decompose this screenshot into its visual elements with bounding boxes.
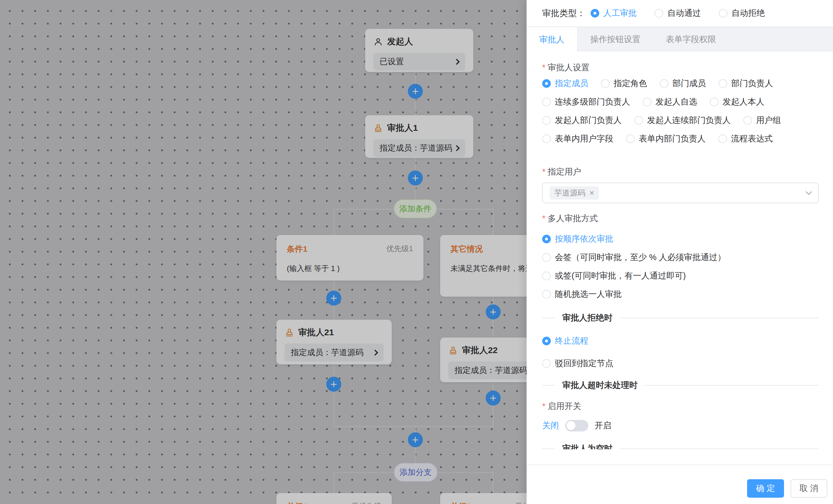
radio-countersign[interactable]: 会签（可同时审批，至少 % 人必须审批通过） — [542, 251, 818, 264]
radio-form-user-field[interactable]: 表单内用户字段 — [542, 132, 613, 145]
approve-type-row: 审批类型： 人工审批 自动通过 自动拒绝 — [527, 0, 833, 20]
panel-footer: 确 定 取 消 — [527, 464, 833, 504]
radio-sequential[interactable]: 按顺序依次审批 — [542, 233, 818, 245]
panel-scroll-content[interactable]: 审批人设置 指定成员 指定角色 部门成员 部门负责人 连续多级部门负责人 发起人… — [527, 51, 833, 449]
radio-icon — [654, 9, 663, 18]
timeout-section-title: 审批人超时未处理时 — [562, 380, 638, 391]
config-tabbar: 审批人 操作按钮设置 表单字段权限 — [527, 26, 833, 51]
chevron-down-icon — [806, 188, 812, 195]
approver-setting-label: 审批人设置 — [542, 61, 818, 73]
radio-icon — [591, 9, 599, 18]
radio-icon — [542, 116, 551, 125]
radio-manual-approve[interactable]: 人工审批 — [591, 7, 637, 20]
radio-dept-leader[interactable]: 部门负责人 — [719, 77, 773, 90]
enable-switch-label: 启用开关 — [542, 400, 818, 412]
radio-random-one[interactable]: 随机挑选一人审批 — [542, 288, 818, 301]
assign-user-label: 指定用户 — [542, 166, 818, 177]
switch-off-label: 关闭 — [542, 420, 559, 431]
radio-icon — [542, 235, 551, 243]
multi-mode-label: 多人审批方式 — [542, 212, 818, 224]
reject-section-divider: 审批人拒绝时 — [542, 312, 818, 324]
radio-icon — [542, 272, 551, 280]
radio-return-to-node[interactable]: 驳回到指定节点 — [542, 357, 818, 370]
radio-icon — [719, 9, 728, 18]
multi-mode-radio-group: 按顺序依次审批 会签（可同时审批，至少 % 人必须审批通过） 或签(可同时审批，… — [542, 233, 818, 301]
radio-initiator-dept-leader[interactable]: 发起人部门负责人 — [542, 114, 622, 127]
radio-terminate-flow[interactable]: 终止流程 — [542, 335, 818, 347]
timeout-section-divider: 审批人超时未处理时 — [542, 380, 818, 391]
radio-assigned-role[interactable]: 指定角色 — [601, 77, 647, 90]
radio-icon — [542, 359, 551, 368]
radio-icon — [743, 116, 752, 125]
radio-auto-reject[interactable]: 自动拒绝 — [719, 7, 765, 20]
radio-icon — [719, 79, 727, 88]
radio-icon — [626, 134, 635, 143]
radio-initiator-multi-dept-leader[interactable]: 发起人连续部门负责人 — [635, 114, 731, 127]
radio-initiator-select[interactable]: 发起人自选 — [643, 96, 697, 108]
radio-icon — [542, 253, 551, 262]
radio-initiator-self[interactable]: 发起人本人 — [710, 96, 764, 108]
assign-user-select[interactable]: 芋道源码 × — [542, 183, 818, 203]
radio-form-dept-leader[interactable]: 表单内部门负责人 — [626, 132, 706, 145]
approver-setting-radio-group: 指定成员 指定角色 部门成员 部门负责人 连续多级部门负责人 发起人自选 发起人… — [542, 77, 818, 151]
approve-type-label: 审批类型： — [542, 7, 586, 19]
radio-orsign[interactable]: 或签(可同时审批，有一人通过即可) — [542, 270, 818, 282]
radio-icon — [542, 98, 551, 106]
user-tag: 芋道源码 × — [550, 186, 599, 200]
radio-flow-expression[interactable]: 流程表达式 — [718, 132, 773, 145]
reject-section-title: 审批人拒绝时 — [562, 312, 613, 324]
radio-user-group[interactable]: 用户组 — [743, 114, 781, 127]
confirm-button[interactable]: 确 定 — [747, 479, 784, 498]
radio-dept-member[interactable]: 部门成员 — [660, 77, 706, 90]
radio-icon — [542, 79, 551, 88]
radio-icon — [542, 134, 551, 143]
radio-icon — [601, 79, 610, 88]
radio-icon — [718, 134, 727, 143]
empty-approver-section-divider: 审批人为空时 — [542, 443, 818, 449]
tag-close-icon[interactable]: × — [590, 189, 594, 197]
empty-approver-section-title: 审批人为空时 — [562, 443, 613, 449]
tab-form-field-permission[interactable]: 表单字段权限 — [653, 27, 729, 52]
radio-icon — [643, 98, 651, 106]
radio-icon — [635, 116, 643, 125]
enable-toggle[interactable] — [565, 420, 588, 431]
tab-approver[interactable]: 审批人 — [527, 27, 578, 52]
user-tag-label: 芋道源码 — [554, 188, 586, 198]
cancel-button[interactable]: 取 消 — [791, 479, 827, 498]
enable-switch-row: 关闭 开启 — [542, 419, 818, 432]
reject-radio-group: 终止流程 驳回到指定节点 — [542, 335, 818, 370]
radio-auto-pass[interactable]: 自动通过 — [654, 7, 701, 20]
radio-icon — [660, 79, 668, 88]
radio-icon — [542, 290, 551, 299]
approver-config-panel: 审批类型： 人工审批 自动通过 自动拒绝 审批人 操作按钮设置 表单字段权限 审… — [527, 0, 833, 504]
radio-assigned-member[interactable]: 指定成员 — [542, 77, 588, 90]
radio-icon — [542, 337, 551, 345]
tab-button-settings[interactable]: 操作按钮设置 — [578, 27, 653, 52]
switch-on-label: 开启 — [595, 420, 611, 431]
radio-icon — [710, 98, 719, 106]
radio-multi-level-dept-leader[interactable]: 连续多级部门负责人 — [542, 96, 630, 108]
